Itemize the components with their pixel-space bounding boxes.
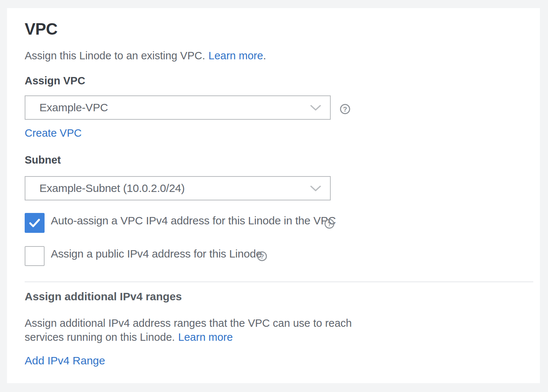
chevron-down-icon <box>310 185 321 192</box>
svg-text:?: ? <box>327 220 331 228</box>
intro-text-main: Assign this Linode to an existing VPC. <box>25 50 205 62</box>
create-vpc-link[interactable]: Create VPC <box>25 127 82 139</box>
vpc-panel: VPC Assign this Linode to an existing VP… <box>7 8 540 383</box>
additional-ranges-heading: Assign additional IPv4 ranges <box>25 290 182 303</box>
public-ipv4-checkbox[interactable] <box>25 246 45 266</box>
intro-text: Assign this Linode to an existing VPC.Le… <box>25 49 266 62</box>
checkmark-icon <box>29 218 41 228</box>
public-ipv4-help-icon[interactable]: ? <box>257 251 267 262</box>
public-ipv4-checkbox-label: Assign a public IPv4 address for this Li… <box>51 247 262 260</box>
subnet-selected-value: Example-Subnet (10.0.2.0/24) <box>39 182 185 195</box>
ranges-learn-more-link[interactable]: Learn more <box>178 331 233 343</box>
description-line2: services running on this Linode. <box>25 331 175 343</box>
section-divider <box>25 281 533 282</box>
assign-vpc-help-icon[interactable]: ? <box>340 104 351 115</box>
subnet-select[interactable]: Example-Subnet (10.0.2.0/24) <box>25 176 331 200</box>
page-title: VPC <box>25 20 57 39</box>
svg-text:?: ? <box>343 106 347 113</box>
subnet-label: Subnet <box>25 154 61 166</box>
auto-assign-help-icon[interactable]: ? <box>324 218 335 229</box>
assign-vpc-label: Assign VPC <box>25 75 85 87</box>
add-ipv4-range-link[interactable]: Add IPv4 Range <box>25 354 105 367</box>
learn-more-link[interactable]: Learn more <box>208 50 263 62</box>
additional-ranges-description: Assign additional IPv4 address ranges th… <box>25 316 352 344</box>
svg-text:?: ? <box>260 253 264 260</box>
assign-vpc-selected-value: Example-VPC <box>39 101 108 114</box>
auto-assign-checkbox-label: Auto-assign a VPC IPv4 address for this … <box>51 214 336 227</box>
chevron-down-icon <box>310 105 321 111</box>
assign-vpc-select[interactable]: Example-VPC <box>25 95 331 120</box>
intro-text-suffix: . <box>263 50 266 62</box>
auto-assign-checkbox[interactable] <box>25 213 45 233</box>
description-line1: Assign additional IPv4 address ranges th… <box>25 317 352 329</box>
